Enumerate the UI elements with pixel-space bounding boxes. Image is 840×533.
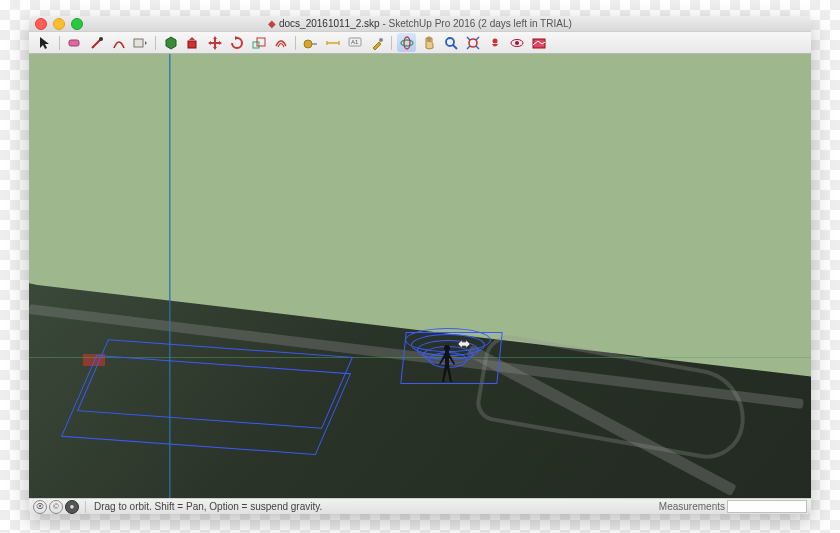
- pan-tool[interactable]: [419, 33, 438, 52]
- toolbar-separator: [59, 36, 60, 50]
- svg-rect-19: [445, 351, 449, 365]
- status-icons: ⦿ © ●: [29, 500, 83, 514]
- svg-point-1: [99, 37, 103, 41]
- scale-figure: [437, 344, 457, 390]
- text-tool[interactable]: A1: [345, 33, 364, 52]
- svg-point-16: [515, 41, 519, 45]
- zoom-tool[interactable]: [441, 33, 460, 52]
- filename-label: docs_20161011_2.skp: [279, 18, 380, 29]
- svg-point-18: [444, 345, 450, 351]
- component-tool[interactable]: [161, 33, 180, 52]
- svg-point-11: [404, 37, 410, 49]
- svg-point-13: [469, 39, 477, 47]
- edge-line: [169, 54, 171, 498]
- measurements-input[interactable]: [727, 500, 807, 513]
- minimize-icon[interactable]: [53, 18, 65, 30]
- window-controls: [35, 18, 83, 30]
- paint-tool[interactable]: [367, 33, 386, 52]
- orbit-tool[interactable]: [397, 33, 416, 52]
- move-tool[interactable]: [205, 33, 224, 52]
- rectangle-tool[interactable]: [131, 33, 150, 52]
- status-bar: ⦿ © ● Drag to orbit. Shift = Pan, Option…: [29, 498, 811, 514]
- zoom-icon[interactable]: [71, 18, 83, 30]
- scale-tool[interactable]: [249, 33, 268, 52]
- position-camera-tool[interactable]: [485, 33, 504, 52]
- toolbar-separator: [391, 36, 392, 50]
- zoom-extents-tool[interactable]: [463, 33, 482, 52]
- pushpull-tool[interactable]: [183, 33, 202, 52]
- measurements-label: Measurements: [659, 501, 727, 512]
- svg-rect-0: [69, 40, 79, 46]
- model-viewport[interactable]: [29, 54, 811, 498]
- toolbar-separator: [295, 36, 296, 50]
- trial-label: (2 days left in TRIAL): [478, 18, 572, 29]
- add-location-tool[interactable]: [529, 33, 548, 52]
- svg-rect-4: [253, 42, 259, 48]
- window-title: ◆ docs_20161011_2.skp - SketchUp Pro 201…: [29, 18, 811, 29]
- appname-label: -: [382, 18, 388, 29]
- orbit-cursor-icon: [457, 336, 469, 348]
- eraser-tool[interactable]: [65, 33, 84, 52]
- select-tool[interactable]: [35, 33, 54, 52]
- rotate-tool[interactable]: [227, 33, 246, 52]
- svg-point-14: [492, 38, 497, 43]
- dimension-tool[interactable]: [323, 33, 342, 52]
- titlebar: ◆ docs_20161011_2.skp - SketchUp Pro 201…: [29, 16, 811, 31]
- line-tool[interactable]: [87, 33, 106, 52]
- appname-label: SketchUp Pro 2016: [389, 18, 476, 29]
- svg-rect-2: [134, 39, 143, 47]
- geo-icon[interactable]: ⦿: [33, 500, 47, 514]
- credits-icon[interactable]: ©: [49, 500, 63, 514]
- app-window: ◆ docs_20161011_2.skp - SketchUp Pro 201…: [29, 16, 811, 514]
- status-divider: [85, 501, 86, 513]
- toolbar-separator: [155, 36, 156, 50]
- status-hint: Drag to orbit. Shift = Pan, Option = sus…: [88, 501, 659, 512]
- look-around-tool[interactable]: [507, 33, 526, 52]
- svg-point-6: [304, 40, 312, 48]
- document-proxy-icon: ◆: [268, 18, 276, 29]
- svg-point-12: [446, 38, 454, 46]
- profile-icon[interactable]: ●: [65, 500, 79, 514]
- offset-tool[interactable]: [271, 33, 290, 52]
- svg-rect-3: [188, 41, 196, 48]
- close-icon[interactable]: [35, 18, 47, 30]
- svg-point-9: [379, 38, 383, 42]
- svg-text:A1: A1: [351, 39, 359, 45]
- svg-point-10: [401, 40, 413, 46]
- tape-tool[interactable]: [301, 33, 320, 52]
- main-toolbar: A1: [29, 31, 811, 54]
- arc-tool[interactable]: [109, 33, 128, 52]
